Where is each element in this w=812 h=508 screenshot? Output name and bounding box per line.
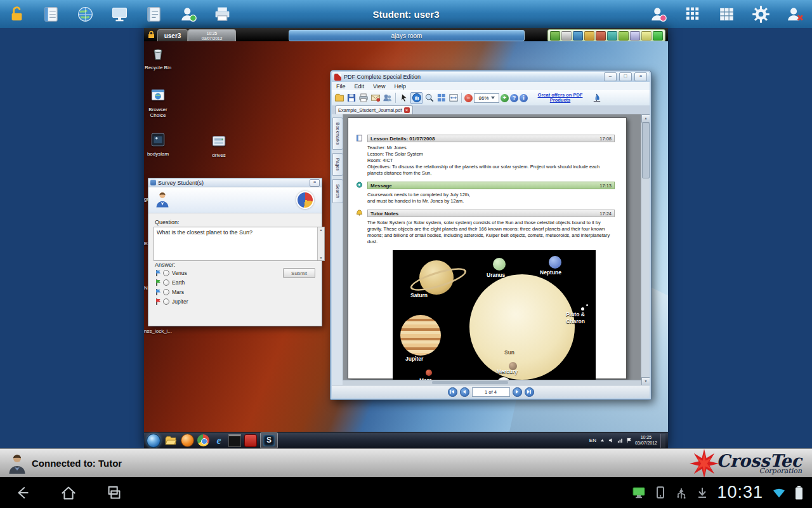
email-icon[interactable] — [370, 93, 381, 104]
recent-apps-button[interactable] — [91, 477, 137, 508]
notes-icon[interactable] — [143, 4, 164, 25]
radio-button[interactable] — [163, 289, 169, 295]
explorer-folder-icon[interactable] — [164, 434, 178, 448]
desktop-icon-partial-label[interactable]: nss_lock_i... — [144, 328, 172, 334]
minimize-icon[interactable] — [604, 72, 617, 81]
session-user-tab[interactable]: user3 — [157, 29, 188, 42]
monitor-icon[interactable] — [573, 31, 583, 41]
desktop-icon-bodyslam[interactable]: bodyslam — [144, 131, 176, 157]
tray-chevron-icon[interactable] — [599, 438, 605, 443]
menu-file[interactable]: File — [332, 83, 350, 90]
offer-link[interactable]: Great offers on PDF Products — [530, 93, 590, 104]
zoom-level-select[interactable]: 86% — [474, 93, 499, 103]
help-icon[interactable] — [510, 94, 518, 102]
chrome-icon[interactable] — [197, 434, 209, 446]
black-app-icon[interactable] — [228, 434, 241, 447]
menu-view[interactable]: View — [369, 83, 390, 90]
journal-icon[interactable] — [41, 4, 62, 25]
start-button[interactable] — [147, 434, 160, 448]
radio-button[interactable] — [163, 298, 169, 305]
vertical-scrollbar[interactable]: ▲ ▼ — [641, 114, 650, 385]
page-indicator[interactable]: 1 of 4 — [472, 387, 510, 397]
last-page-button[interactable] — [525, 387, 534, 397]
window-icon[interactable] — [630, 31, 640, 41]
select-arrow-icon[interactable] — [398, 93, 409, 104]
question-text: What is the closest planet to the Sun? — [157, 229, 252, 236]
screen-icon[interactable] — [607, 31, 617, 41]
desktop-icon-browser-choice[interactable]: Browser Choice — [144, 87, 176, 118]
radio-button[interactable] — [163, 279, 169, 286]
maximize-icon[interactable] — [619, 72, 632, 81]
spreadsheet-icon[interactable] — [716, 4, 737, 25]
desktop-icon-partial-label[interactable]: N — [144, 285, 148, 291]
menu-help[interactable]: Help — [390, 83, 410, 90]
answer-option-earth[interactable]: Earth — [156, 279, 185, 286]
zoom-in-icon[interactable] — [501, 94, 509, 102]
submit-button[interactable]: Submit — [283, 268, 315, 278]
print-icon[interactable] — [358, 93, 369, 104]
user-pink-icon[interactable] — [648, 4, 669, 25]
back-button[interactable] — [0, 477, 46, 508]
previous-page-button[interactable] — [460, 387, 469, 397]
save-icon[interactable] — [346, 93, 357, 104]
volume-icon[interactable] — [608, 438, 614, 443]
scroll-up-icon[interactable]: ▲ — [641, 114, 650, 123]
show-desktop-button[interactable] — [660, 434, 665, 448]
answer-option-mars[interactable]: Mars — [156, 288, 184, 296]
user-chat-icon[interactable] — [178, 4, 199, 25]
close-icon[interactable] — [634, 72, 647, 81]
zoom-tool-icon[interactable] — [424, 93, 435, 104]
tab-bookmarks[interactable]: Bookmarks — [332, 117, 343, 150]
fit-width-icon[interactable] — [448, 93, 459, 104]
page-grid-icon[interactable] — [436, 93, 447, 104]
language-indicator[interactable]: EN — [589, 438, 596, 443]
info-icon[interactable] — [520, 94, 528, 102]
taskbar-clock[interactable]: 10:25 03/07/2012 — [635, 435, 657, 446]
dialpad-icon[interactable] — [682, 4, 703, 25]
question-scrollbar[interactable]: ▲▼ — [317, 227, 324, 260]
chart-icon[interactable] — [550, 31, 560, 41]
user-disconnect-icon[interactable] — [785, 4, 806, 25]
next-page-button[interactable] — [513, 387, 522, 397]
internet-explorer-icon[interactable] — [213, 434, 225, 447]
action-center-flag-icon[interactable] — [626, 438, 632, 443]
unlock-icon[interactable] — [6, 4, 27, 25]
answer-option-jupiter[interactable]: Jupiter — [156, 298, 188, 305]
first-page-button[interactable] — [448, 387, 457, 397]
menu-edit[interactable]: Edit — [350, 83, 369, 90]
zoom-out-icon[interactable] — [464, 94, 473, 102]
session-time-tab[interactable]: 10:25 03/07/2012 — [188, 29, 236, 42]
apps-icon[interactable] — [619, 31, 629, 41]
scrollbar-thumb[interactable] — [432, 381, 508, 384]
network-icon[interactable] — [617, 438, 623, 443]
chat-icon[interactable] — [596, 31, 606, 41]
close-icon[interactable] — [310, 179, 320, 187]
close-tab-icon[interactable] — [404, 107, 410, 113]
globe-icon[interactable] — [75, 4, 96, 25]
radio-button[interactable] — [163, 270, 169, 276]
document-tab[interactable]: Example_Student_Journal.pdf — [335, 105, 413, 114]
desktop-icon-recycle-bin[interactable]: Recycle Bin — [144, 45, 176, 70]
image-icon[interactable] — [561, 31, 572, 41]
home-button[interactable] — [46, 477, 91, 508]
settings-gear-icon[interactable] — [750, 4, 771, 25]
desktop-icon-drives[interactable]: drives — [201, 133, 237, 158]
netsupport-red-icon[interactable] — [244, 434, 257, 447]
briefcase-icon[interactable] — [584, 31, 594, 41]
pdf-window-title: PDF Complete Special Edition — [344, 74, 601, 80]
open-folder-icon[interactable] — [334, 93, 344, 104]
tab-search[interactable]: Search — [332, 179, 343, 203]
printer-icon[interactable] — [212, 4, 233, 25]
users-icon[interactable] — [382, 93, 393, 104]
media-player-icon[interactable] — [181, 434, 194, 447]
active-app-slot[interactable] — [260, 432, 278, 448]
pan-tool-icon[interactable] — [410, 92, 422, 104]
answer-option-venus[interactable]: Venus — [156, 269, 187, 277]
battery-icon[interactable] — [641, 31, 652, 41]
tab-pages[interactable]: Pages — [332, 153, 343, 176]
pdf-titlebar[interactable]: PDF Complete Special Edition — [332, 72, 650, 82]
power-icon[interactable] — [653, 31, 663, 41]
monitor-icon[interactable] — [109, 4, 130, 25]
survey-titlebar[interactable]: Survey Student(s) — [148, 178, 322, 187]
scrollbar-thumb[interactable] — [642, 123, 650, 178]
